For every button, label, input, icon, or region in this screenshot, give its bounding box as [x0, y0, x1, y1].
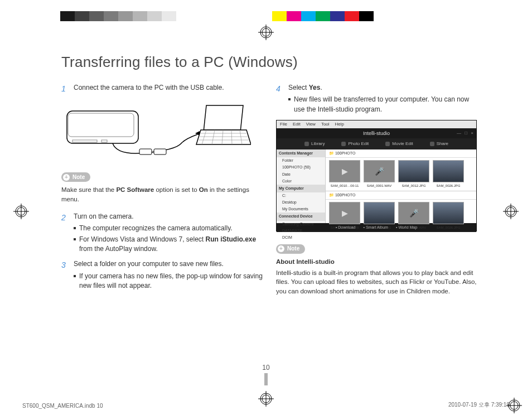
right-column: 4 Select Yes. New files will be transfer…: [276, 83, 480, 304]
page-number-block: 10: [236, 364, 296, 385]
step-1: 1 Connect the camera to the PC with the …: [61, 83, 265, 94]
menu-item: Tool: [321, 121, 330, 128]
registration-mark-icon: [13, 204, 29, 219]
tab: Library: [304, 141, 325, 147]
plus-icon: +: [278, 245, 284, 252]
window-controls: — □ ×: [457, 130, 475, 137]
note-badge: + Note: [61, 172, 90, 182]
tree-item: DATABASE: [277, 228, 325, 234]
tree-item: 100PHOTO (50): [277, 164, 325, 171]
thumbnail: ▶SAM_0010…00:11: [329, 160, 360, 189]
menu-item: File: [280, 121, 287, 128]
tree-item: Folder: [277, 157, 325, 164]
registration-mark-icon: [258, 25, 274, 40]
tree-item: C:: [277, 192, 325, 199]
tree-item: Date: [277, 171, 325, 178]
left-column: 1 Connect the camera to the PC with the …: [61, 83, 265, 304]
note-label: Note: [287, 245, 299, 253]
page-title: Transferring files to a PC (Windows): [61, 54, 480, 71]
thumbnail: SAM_0012.JPG: [398, 160, 429, 189]
page-number: 10: [236, 364, 296, 371]
menu-item: Edit: [293, 121, 301, 128]
footer-filename: ST600_QSM_AMERICA.indb 10: [22, 403, 103, 409]
intelli-studio-screenshot: FileEditViewToolHelp Intelli-studio— □ ×…: [276, 120, 477, 231]
step-3: 3 Select a folder on your computer to sa…: [61, 259, 265, 291]
folder-path: 📁 100PHOTO: [326, 191, 476, 200]
svg-rect-21: [154, 149, 166, 155]
menu-item: Help: [335, 121, 344, 128]
note-text: About Intelli-studio Intelli-studio is a…: [276, 257, 480, 296]
tree-item: Desktop: [277, 199, 325, 206]
bullet: If your camera has no new files, the pop…: [74, 272, 265, 291]
step-text: Select a folder on your computer to save…: [74, 259, 265, 269]
step-number: 4: [276, 83, 284, 114]
registration-mark-icon: [258, 391, 274, 407]
sidebar-header: Connected Device: [277, 213, 325, 220]
step-text: Turn on the camera.: [74, 212, 265, 221]
step-number: 2: [61, 212, 69, 254]
tree-item: Samsung Camera: [277, 221, 325, 228]
step-4: 4 Select Yes. New files will be transfer…: [276, 83, 480, 114]
note-text: Make sure that the PC Software option is…: [61, 185, 265, 204]
svg-rect-20: [139, 149, 152, 155]
menu-item: View: [306, 121, 316, 128]
step-text: Connect the camera to the PC with the US…: [74, 83, 265, 94]
bottombar-item: ▪ Smart Album: [363, 225, 388, 230]
note-badge: + Note: [276, 244, 305, 254]
note-label: Note: [72, 173, 85, 182]
registration-mark-icon: [506, 398, 522, 413]
thumbnail: 🎤SAM_0001.WAV: [364, 160, 395, 189]
tab: Photo Edit: [341, 141, 369, 147]
registration-mark-icon: [503, 204, 519, 219]
step-number: 1: [61, 83, 69, 94]
thumbnail: SAM_0026.JPG: [433, 160, 464, 189]
step-number: 3: [61, 259, 69, 291]
print-colorbar: [0, 11, 532, 21]
tree-item: Color: [277, 178, 325, 185]
svg-rect-17: [68, 113, 134, 137]
thumbnail: SAM_0026.JPG: [433, 202, 464, 230]
bottombar-item: ▪ Download: [336, 225, 356, 230]
step-text: Select Yes.: [288, 83, 480, 93]
tab: Share: [430, 141, 448, 147]
tab: Movie Edit: [385, 141, 413, 147]
bottombar-item: ▪ World Map: [396, 225, 417, 230]
bullet: New files will be transferred to your co…: [288, 95, 480, 114]
bullet: For Windows Vista and Windows 7, select …: [74, 235, 265, 254]
folder-path: 📁 100PHOTO: [326, 149, 476, 158]
app-title: Intelli-studio: [363, 131, 390, 136]
step-2: 2 Turn on the camera. The computer recog…: [61, 212, 265, 254]
plus-icon: +: [63, 174, 70, 181]
bullet: The computer recognizes the camera autom…: [74, 224, 265, 233]
sidebar-header: Contents Manager: [277, 149, 325, 157]
camera-laptop-illustration: [61, 100, 265, 164]
footer-timestamp: 2010-07-19 오후 7:39:19: [448, 401, 510, 409]
note-body: Intelli-studio is a built-in program tha…: [276, 268, 480, 296]
note-heading: About Intelli-studio: [276, 257, 480, 267]
tree-item: DCIM: [277, 234, 325, 241]
sidebar-header: My Computer: [277, 185, 325, 192]
tree-item: My Documents: [277, 206, 325, 213]
